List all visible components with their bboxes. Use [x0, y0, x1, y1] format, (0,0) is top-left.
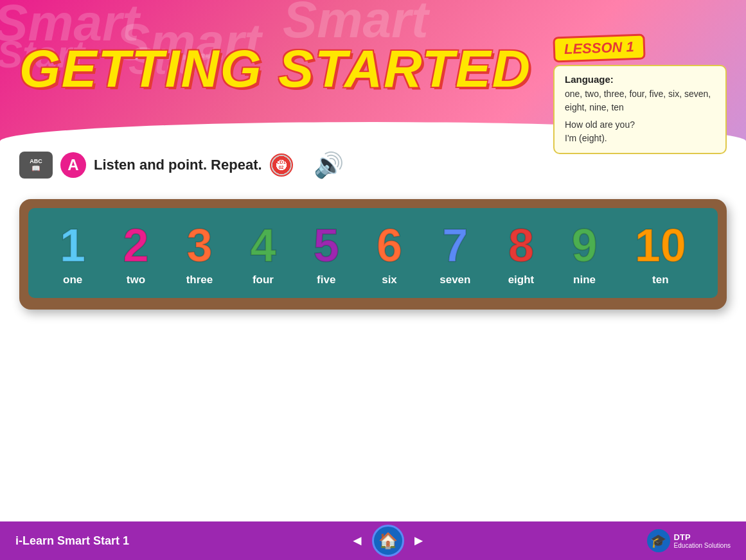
digit-8: 8 — [508, 222, 534, 268]
digit-10: 10 — [635, 222, 686, 268]
dtp-text-block: DTP Education Solutions — [674, 532, 731, 549]
lesson-content-box: Language: one, two, three, four, five, s… — [553, 65, 727, 154]
cd-icon[interactable]: CD102 — [270, 153, 293, 177]
number-item-seven: 7seven — [440, 222, 470, 286]
phrase-text: How old are you? — [565, 118, 715, 132]
abc-icon: ABC 📖 — [19, 152, 53, 179]
abc-icon-text: ABC — [30, 158, 42, 164]
digit-7: 7 — [442, 222, 468, 268]
word-eight: eight — [508, 274, 535, 286]
nav-controls: ◄ 🏠 ► — [345, 525, 431, 557]
chalkboard-frame: 1one2two3three4four5five6six7seven8eight… — [19, 199, 727, 310]
activity-badge: A — [60, 152, 86, 178]
chalkboard-container: 1one2two3three4four5five6six7seven8eight… — [19, 199, 727, 310]
word-one: one — [63, 274, 82, 286]
digit-1: 1 — [60, 222, 85, 268]
dtp-logo-text: DTP — [674, 532, 731, 542]
number-item-four: 4four — [250, 222, 276, 286]
dtp-icon: 🎓 — [647, 529, 670, 552]
word-seven: seven — [440, 274, 470, 286]
home-button[interactable]: 🏠 — [372, 525, 404, 557]
number-item-nine: 9nine — [571, 222, 597, 286]
nav-prev-button[interactable]: ◄ — [345, 532, 369, 549]
digit-2: 2 — [123, 222, 148, 268]
digit-4: 4 — [250, 222, 276, 268]
word-five: five — [317, 274, 335, 286]
page-title: GETTING STARTED — [19, 39, 531, 99]
lesson-badge-text: LESSON 1 — [564, 39, 635, 57]
activity-instruction: Listen and point. Repeat. — [94, 157, 262, 173]
book-symbol: 📖 — [31, 164, 40, 172]
number-item-two: 2two — [123, 222, 148, 286]
word-ten: ten — [652, 274, 669, 286]
digit-6: 6 — [377, 222, 402, 268]
digit-5: 5 — [314, 222, 339, 268]
dtp-logo: 🎓 DTP Education Solutions — [647, 529, 731, 552]
language-numbers-text: one, two, three, four, five, six, seven,… — [565, 87, 715, 114]
number-item-ten: 10ten — [635, 222, 686, 286]
number-item-five: 5five — [314, 222, 339, 286]
word-two: two — [127, 274, 145, 286]
chalkboard-inner: 1one2two3three4four5five6six7seven8eight… — [28, 208, 718, 298]
lesson-badge: LESSON 1 — [553, 34, 645, 63]
home-icon: 🏠 — [378, 532, 398, 550]
dtp-logo-sub: Education Solutions — [674, 542, 731, 549]
word-three: three — [186, 274, 213, 286]
word-four: four — [253, 274, 274, 286]
digit-3: 3 — [186, 222, 212, 268]
footer-title: i-Learn Smart Start 1 — [15, 534, 129, 548]
number-item-one: 1one — [60, 222, 85, 286]
response-text: I'm (eight). — [565, 132, 715, 145]
activity-row: ABC 📖 A Listen and point. Repeat. CD102 … — [19, 151, 344, 179]
bottom-bar: i-Learn Smart Start 1 ◄ 🏠 ► 🎓 DTP Educat… — [0, 521, 746, 560]
language-label: Language: — [565, 74, 715, 85]
number-item-eight: 8eight — [508, 222, 535, 286]
dtp-icon-symbol: 🎓 — [650, 533, 666, 548]
cd-text: CD102 — [277, 160, 286, 170]
number-item-six: 6six — [377, 222, 402, 286]
lesson-box: LESSON 1 Language: one, two, three, four… — [553, 35, 727, 154]
word-six: six — [382, 274, 397, 286]
speaker-icon[interactable]: 🔊 — [314, 151, 344, 179]
word-nine: nine — [573, 274, 596, 286]
number-item-three: 3three — [186, 222, 213, 286]
digit-9: 9 — [571, 222, 597, 268]
nav-next-button[interactable]: ► — [407, 532, 431, 549]
